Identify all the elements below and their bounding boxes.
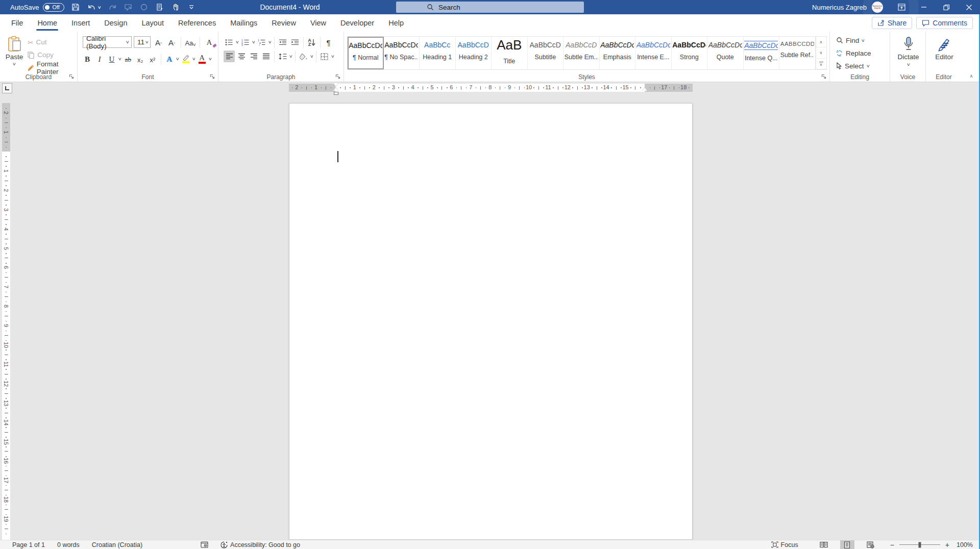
close-button[interactable] (958, 0, 980, 14)
tab-file[interactable]: File (4, 14, 30, 32)
style-nospacing[interactable]: AaBbCcDc¶ No Spac... (384, 37, 420, 69)
shrink-font-button[interactable]: Aˇ (166, 36, 177, 48)
font-color-dropdown-icon[interactable]: ∨ (208, 57, 212, 61)
borders-dropdown-icon[interactable]: ∨ (331, 54, 335, 59)
dictate-button[interactable]: Dictate ∨ (897, 34, 919, 67)
right-indent-marker[interactable] (642, 87, 647, 91)
subscript-button[interactable]: x₂ (135, 53, 146, 65)
undo-icon[interactable] (87, 3, 96, 12)
minimize-button[interactable] (913, 0, 935, 14)
show-hide-marks-button[interactable]: ¶ (323, 36, 334, 48)
zoom-slider-thumb[interactable] (918, 542, 921, 547)
read-mode-button[interactable] (817, 540, 831, 549)
avatar[interactable]: Numericus Zagreb (872, 2, 883, 13)
highlight-button[interactable] (180, 53, 191, 65)
tab-references[interactable]: References (171, 14, 223, 32)
tab-mailings[interactable]: Mailings (223, 14, 264, 32)
change-case-button[interactable]: Aa∨ (185, 36, 196, 48)
clipboard-dialog-launcher-icon[interactable] (69, 74, 76, 81)
increase-indent-button[interactable] (289, 36, 301, 48)
underline-button[interactable]: U (106, 53, 117, 65)
shading-dropdown-icon[interactable]: ∨ (310, 54, 314, 59)
numbering-dropdown-icon[interactable]: ∨ (252, 40, 256, 44)
save-icon[interactable] (71, 3, 80, 12)
align-center-button[interactable] (236, 51, 247, 62)
font-size-select[interactable]: 11∨ (134, 36, 151, 48)
comments-button[interactable]: Comments (916, 17, 973, 29)
style-subtleem[interactable]: AaBbCcDSubtle Em... (564, 37, 600, 69)
ribbon-display-options-icon[interactable] (890, 0, 913, 14)
word-count[interactable]: 0 words (51, 540, 86, 549)
sort-button[interactable]: AZ (306, 36, 317, 48)
first-line-indent-marker[interactable] (333, 83, 338, 87)
strikethrough-button[interactable]: ab (122, 53, 134, 65)
line-spacing-button[interactable] (277, 51, 288, 62)
style-h1[interactable]: AaBbCcHeading 1 (420, 37, 456, 69)
language-indicator[interactable]: Croatian (Croatia) (86, 540, 149, 549)
zoom-level[interactable]: 100% (954, 541, 980, 548)
font-color-button[interactable]: A (197, 53, 208, 65)
paste-dropdown-icon[interactable]: ∨ (12, 62, 16, 66)
replace-button[interactable]: bc Replace (833, 47, 888, 59)
numbering-button[interactable]: 123 (240, 36, 251, 48)
multilevel-list-button[interactable]: 1ai (256, 36, 267, 48)
horizontal-ruler[interactable]: 211234567891011121314151718 (289, 84, 693, 92)
multilevel-dropdown-icon[interactable]: ∨ (268, 40, 272, 44)
grow-font-button[interactable]: Aˆ (153, 36, 164, 48)
style-quote[interactable]: AaBbCcDcQuote (707, 37, 744, 69)
align-left-button[interactable] (224, 51, 235, 62)
find-button[interactable]: Find∨ (833, 35, 888, 46)
paste-button[interactable]: Paste ∨ (3, 34, 26, 73)
search-box[interactable]: Search (396, 2, 584, 13)
share-button[interactable]: Share (872, 17, 912, 29)
autosave-toggle[interactable]: AutoSave Off (10, 3, 64, 12)
styles-dialog-launcher-icon[interactable] (821, 74, 828, 81)
shading-button[interactable] (298, 51, 309, 62)
editor-button[interactable]: Editor (935, 34, 953, 61)
touch-mode-icon[interactable] (172, 3, 180, 12)
superscript-button[interactable]: x² (147, 53, 158, 65)
style-emphasis[interactable]: AaBbCcDcEmphasis (600, 37, 636, 69)
tab-help[interactable]: Help (381, 14, 411, 32)
style-subtitle[interactable]: AaBbCcDSubtitle (528, 37, 564, 69)
bold-button[interactable]: B (82, 53, 93, 65)
undo-dropdown-icon[interactable]: ∨ (97, 5, 102, 10)
paste-report-icon[interactable] (156, 3, 164, 12)
line-spacing-dropdown-icon[interactable]: ∨ (289, 54, 293, 59)
restore-button[interactable] (935, 0, 958, 14)
bullets-button[interactable] (224, 36, 235, 48)
vertical-ruler[interactable]: 2112345678910111213141516171819 (2, 103, 10, 540)
align-right-button[interactable] (248, 51, 259, 62)
styles-expand-gallery-icon[interactable]: ∨ (816, 59, 826, 69)
italic-button[interactable]: I (94, 53, 105, 65)
text-effects-button[interactable]: A (164, 53, 175, 65)
text-effects-dropdown-icon[interactable]: ∨ (176, 57, 180, 61)
underline-dropdown-icon[interactable]: ∨ (118, 57, 122, 61)
clear-formatting-button[interactable]: A (204, 36, 215, 48)
zoom-slider-track[interactable] (899, 544, 940, 545)
justify-button[interactable] (260, 51, 272, 62)
tab-stop-selector[interactable] (2, 83, 12, 93)
zoom-in-icon[interactable]: + (945, 541, 949, 549)
zoom-out-icon[interactable]: − (890, 541, 894, 549)
tab-view[interactable]: View (303, 14, 333, 32)
focus-mode-button[interactable]: Focus (765, 540, 804, 549)
styles-scroll-up-icon[interactable]: ∧ (816, 37, 826, 47)
dictate-dropdown-icon[interactable]: ∨ (906, 62, 910, 67)
document-page[interactable] (289, 103, 693, 540)
tab-layout[interactable]: Layout (134, 14, 171, 32)
user-name[interactable]: Numericus Zagreb (812, 4, 867, 11)
borders-button[interactable] (319, 51, 330, 62)
tab-design[interactable]: Design (97, 14, 134, 32)
style-title[interactable]: AaBTitle (492, 37, 528, 69)
print-layout-button[interactable] (840, 540, 854, 549)
format-painter-button[interactable]: Format Painter (28, 62, 75, 73)
paragraph-dialog-launcher-icon[interactable] (335, 74, 342, 81)
font-dialog-launcher-icon[interactable] (210, 74, 216, 81)
hanging-indent-marker[interactable] (333, 87, 338, 91)
decrease-indent-button[interactable] (277, 36, 288, 48)
tab-home[interactable]: Home (30, 14, 64, 32)
customize-qat-icon[interactable] (187, 3, 196, 12)
web-layout-button[interactable] (864, 540, 878, 549)
style-intenseem[interactable]: AaBbCcDcIntense E... (635, 37, 672, 69)
